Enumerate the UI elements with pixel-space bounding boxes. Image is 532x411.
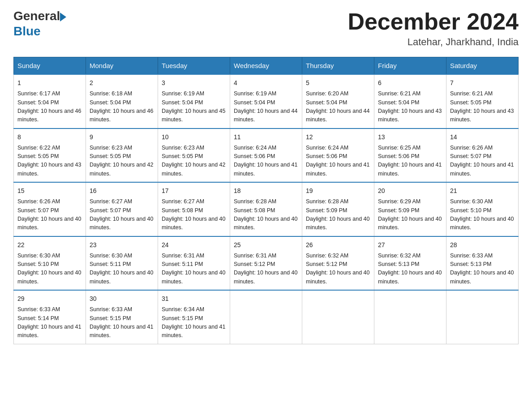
- day-number: 3: [162, 78, 226, 88]
- location-title: Latehar, Jharkhand, India: [348, 36, 519, 48]
- day-number: 4: [234, 78, 298, 88]
- day-info: Sunrise: 6:28 AMSunset: 5:09 PMDaylight:…: [306, 197, 370, 232]
- title-area: December 2024 Latehar, Jharkhand, India: [348, 9, 519, 48]
- day-number: 20: [378, 186, 442, 196]
- day-number: 1: [17, 78, 82, 88]
- calendar-cell: 25 Sunrise: 6:31 AMSunset: 5:12 PMDaylig…: [230, 236, 302, 291]
- day-number: 6: [378, 78, 442, 88]
- logo-arrow-icon: [60, 13, 66, 21]
- day-info: Sunrise: 6:19 AMSunset: 5:04 PMDaylight:…: [162, 90, 226, 124]
- calendar-cell: 13 Sunrise: 6:25 AMSunset: 5:06 PMDaylig…: [374, 128, 446, 183]
- day-info: Sunrise: 6:27 AMSunset: 5:08 PMDaylight:…: [162, 197, 226, 232]
- column-header-sunday: Sunday: [14, 57, 86, 75]
- calendar-cell: [374, 290, 446, 344]
- day-number: 27: [378, 240, 442, 250]
- column-header-tuesday: Tuesday: [158, 57, 230, 75]
- calendar-cell: 7 Sunrise: 6:21 AMSunset: 5:05 PMDayligh…: [446, 74, 519, 128]
- column-header-wednesday: Wednesday: [230, 57, 302, 75]
- calendar-cell: 31 Sunrise: 6:34 AMSunset: 5:15 PMDaylig…: [158, 290, 230, 344]
- day-info: Sunrise: 6:18 AMSunset: 5:04 PMDaylight:…: [90, 90, 154, 124]
- day-number: 17: [162, 186, 226, 196]
- calendar-week-row: 8 Sunrise: 6:22 AMSunset: 5:05 PMDayligh…: [14, 128, 519, 183]
- calendar-cell: 22 Sunrise: 6:30 AMSunset: 5:10 PMDaylig…: [14, 236, 86, 291]
- day-number: 5: [306, 78, 370, 88]
- day-number: 26: [306, 240, 370, 250]
- day-number: 19: [306, 186, 370, 196]
- day-number: 23: [90, 240, 154, 250]
- calendar-week-row: 22 Sunrise: 6:30 AMSunset: 5:10 PMDaylig…: [14, 236, 519, 291]
- day-number: 2: [90, 78, 154, 88]
- day-number: 18: [234, 186, 298, 196]
- day-info: Sunrise: 6:23 AMSunset: 5:05 PMDaylight:…: [162, 144, 226, 179]
- day-info: Sunrise: 6:27 AMSunset: 5:07 PMDaylight:…: [90, 197, 154, 232]
- day-info: Sunrise: 6:31 AMSunset: 5:11 PMDaylight:…: [162, 252, 226, 287]
- day-info: Sunrise: 6:33 AMSunset: 5:15 PMDaylight:…: [90, 305, 154, 340]
- calendar-cell: 3 Sunrise: 6:19 AMSunset: 5:04 PMDayligh…: [158, 74, 230, 128]
- day-info: Sunrise: 6:19 AMSunset: 5:04 PMDaylight:…: [234, 90, 298, 124]
- day-info: Sunrise: 6:24 AMSunset: 5:06 PMDaylight:…: [234, 144, 298, 179]
- calendar-cell: 29 Sunrise: 6:33 AMSunset: 5:14 PMDaylig…: [14, 290, 86, 344]
- calendar-cell: 21 Sunrise: 6:30 AMSunset: 5:10 PMDaylig…: [446, 182, 519, 236]
- calendar-cell: [446, 290, 519, 344]
- calendar-cell: 30 Sunrise: 6:33 AMSunset: 5:15 PMDaylig…: [86, 290, 158, 344]
- calendar-cell: 26 Sunrise: 6:32 AMSunset: 5:12 PMDaylig…: [302, 236, 374, 291]
- day-info: Sunrise: 6:20 AMSunset: 5:04 PMDaylight:…: [306, 90, 370, 124]
- day-info: Sunrise: 6:25 AMSunset: 5:06 PMDaylight:…: [378, 144, 442, 179]
- column-header-saturday: Saturday: [446, 57, 519, 75]
- day-number: 31: [162, 294, 226, 304]
- calendar-cell: 11 Sunrise: 6:24 AMSunset: 5:06 PMDaylig…: [230, 128, 302, 183]
- calendar-header-row: SundayMondayTuesdayWednesdayThursdayFrid…: [14, 57, 519, 75]
- day-info: Sunrise: 6:34 AMSunset: 5:15 PMDaylight:…: [162, 305, 226, 340]
- calendar-table: SundayMondayTuesdayWednesdayThursdayFrid…: [13, 57, 519, 344]
- day-info: Sunrise: 6:30 AMSunset: 5:10 PMDaylight:…: [450, 197, 515, 232]
- logo-text-general: General: [13, 9, 60, 23]
- day-number: 16: [90, 186, 154, 196]
- calendar-cell: 14 Sunrise: 6:26 AMSunset: 5:07 PMDaylig…: [446, 128, 519, 183]
- calendar-cell: 4 Sunrise: 6:19 AMSunset: 5:04 PMDayligh…: [230, 74, 302, 128]
- day-info: Sunrise: 6:30 AMSunset: 5:11 PMDaylight:…: [90, 252, 154, 287]
- calendar-cell: 17 Sunrise: 6:27 AMSunset: 5:08 PMDaylig…: [158, 182, 230, 236]
- day-info: Sunrise: 6:31 AMSunset: 5:12 PMDaylight:…: [234, 252, 298, 287]
- day-number: 14: [450, 133, 515, 142]
- day-number: 29: [17, 294, 82, 304]
- day-number: 21: [450, 186, 515, 196]
- calendar-cell: 24 Sunrise: 6:31 AMSunset: 5:11 PMDaylig…: [158, 236, 230, 291]
- calendar-cell: 5 Sunrise: 6:20 AMSunset: 5:04 PMDayligh…: [302, 74, 374, 128]
- calendar-week-row: 1 Sunrise: 6:17 AMSunset: 5:04 PMDayligh…: [14, 74, 519, 128]
- day-info: Sunrise: 6:17 AMSunset: 5:04 PMDaylight:…: [17, 90, 82, 124]
- day-number: 28: [450, 240, 515, 250]
- day-number: 9: [90, 133, 154, 142]
- day-info: Sunrise: 6:33 AMSunset: 5:14 PMDaylight:…: [17, 305, 82, 340]
- day-info: Sunrise: 6:33 AMSunset: 5:13 PMDaylight:…: [450, 252, 515, 287]
- day-number: 13: [378, 133, 442, 142]
- month-title: December 2024: [348, 9, 519, 34]
- calendar-cell: 8 Sunrise: 6:22 AMSunset: 5:05 PMDayligh…: [14, 128, 86, 183]
- calendar-week-row: 15 Sunrise: 6:26 AMSunset: 5:07 PMDaylig…: [14, 182, 519, 236]
- day-info: Sunrise: 6:21 AMSunset: 5:04 PMDaylight:…: [378, 90, 442, 124]
- calendar-cell: 20 Sunrise: 6:29 AMSunset: 5:09 PMDaylig…: [374, 182, 446, 236]
- day-info: Sunrise: 6:28 AMSunset: 5:08 PMDaylight:…: [234, 197, 298, 232]
- calendar-cell: 10 Sunrise: 6:23 AMSunset: 5:05 PMDaylig…: [158, 128, 230, 183]
- calendar-cell: 19 Sunrise: 6:28 AMSunset: 5:09 PMDaylig…: [302, 182, 374, 236]
- page-header: General Blue December 2024 Latehar, Jhar…: [13, 9, 519, 48]
- day-number: 22: [17, 240, 82, 250]
- calendar-cell: 23 Sunrise: 6:30 AMSunset: 5:11 PMDaylig…: [86, 236, 158, 291]
- day-info: Sunrise: 6:26 AMSunset: 5:07 PMDaylight:…: [17, 197, 82, 232]
- day-number: 10: [162, 133, 226, 142]
- logo-text-blue: Blue: [13, 24, 41, 39]
- day-number: 8: [17, 133, 82, 142]
- calendar-cell: 2 Sunrise: 6:18 AMSunset: 5:04 PMDayligh…: [86, 74, 158, 128]
- calendar-cell: 18 Sunrise: 6:28 AMSunset: 5:08 PMDaylig…: [230, 182, 302, 236]
- calendar-cell: 12 Sunrise: 6:24 AMSunset: 5:06 PMDaylig…: [302, 128, 374, 183]
- calendar-cell: 6 Sunrise: 6:21 AMSunset: 5:04 PMDayligh…: [374, 74, 446, 128]
- day-number: 25: [234, 240, 298, 250]
- day-info: Sunrise: 6:21 AMSunset: 5:05 PMDaylight:…: [450, 90, 515, 124]
- day-number: 12: [306, 133, 370, 142]
- day-info: Sunrise: 6:32 AMSunset: 5:12 PMDaylight:…: [306, 252, 370, 287]
- day-info: Sunrise: 6:30 AMSunset: 5:10 PMDaylight:…: [17, 252, 82, 287]
- day-number: 15: [17, 186, 82, 196]
- logo: General Blue: [13, 9, 66, 39]
- day-info: Sunrise: 6:24 AMSunset: 5:06 PMDaylight:…: [306, 144, 370, 179]
- calendar-cell: 9 Sunrise: 6:23 AMSunset: 5:05 PMDayligh…: [86, 128, 158, 183]
- calendar-cell: 27 Sunrise: 6:32 AMSunset: 5:13 PMDaylig…: [374, 236, 446, 291]
